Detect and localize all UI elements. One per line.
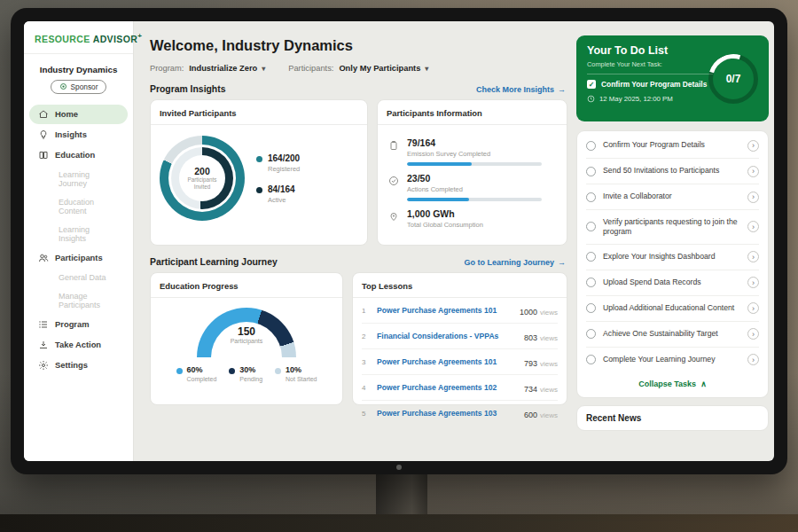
- sidebar-item-education-content[interactable]: Education Content: [29, 193, 128, 220]
- task-row[interactable]: Invite a Collaborator ›: [586, 184, 759, 210]
- lesson-row: 2 Financial Considerations - VPPAs 803vi…: [362, 324, 558, 349]
- sidebar-item-label: Settings: [55, 360, 88, 370]
- sidebar-item-take-action[interactable]: Take Action: [29, 335, 128, 355]
- task-row[interactable]: Send 50 Invitations to Participants ›: [586, 159, 759, 184]
- chevron-right-icon[interactable]: ›: [747, 354, 759, 365]
- top-lessons-card: Top Lessons 1 Power Purchase Agreements …: [352, 272, 567, 405]
- task-row[interactable]: Verify participants requesting to join t…: [586, 210, 759, 245]
- lesson-link[interactable]: Power Purchase Agreements 101: [377, 357, 517, 366]
- education-card-body: 150 Participants 60% Completed: [151, 298, 342, 387]
- lesson-views-word: views: [540, 360, 558, 368]
- chevron-right-icon[interactable]: ›: [747, 166, 759, 177]
- check-circle-icon: [388, 174, 399, 184]
- task-checkbox[interactable]: [586, 192, 596, 202]
- lesson-views-value: 1000: [520, 308, 537, 317]
- invited-legend: 164/200 Registered 84/164 Active: [256, 153, 300, 204]
- lesson-row: 5 Power Purchase Agreements 103 600views: [362, 401, 558, 426]
- program-dropdown[interactable]: Industrialize Zero ▾: [189, 64, 265, 73]
- lesson-row: 4 Power Purchase Agreements 102 734views: [362, 375, 558, 401]
- task-checkbox[interactable]: [586, 355, 596, 364]
- chevron-right-icon[interactable]: ›: [747, 140, 759, 152]
- legend-item-registered: 164/200 Registered: [256, 153, 300, 173]
- lesson-rank: 4: [362, 384, 370, 392]
- lesson-views-word: views: [540, 334, 558, 342]
- task-row[interactable]: Complete Your Learning Journey ›: [586, 348, 759, 372]
- lesson-link[interactable]: Power Purchase Agreements 103: [377, 409, 517, 418]
- chevron-right-icon[interactable]: ›: [747, 251, 759, 262]
- task-row[interactable]: Explore Your Insights Dashboard ›: [586, 245, 759, 270]
- todo-next-task-label: Confirm Your Program Details: [601, 80, 707, 89]
- sidebar-item-participants[interactable]: Participants: [29, 248, 128, 268]
- lesson-views-word: views: [540, 411, 558, 419]
- sidebar-item-learning-insights[interactable]: Learning Insights: [29, 221, 128, 247]
- sidebar-divider: [24, 53, 133, 54]
- sidebar-item-label: General Data: [59, 273, 106, 282]
- legend-item-pending: 30% Pending: [229, 365, 262, 382]
- sponsor-icon: [59, 82, 67, 90]
- task-label: Confirm Your Program Details: [603, 140, 740, 150]
- desk: [0, 514, 798, 532]
- sidebar-item-education[interactable]: Education: [29, 145, 128, 165]
- lesson-rank: 1: [362, 307, 370, 315]
- chevron-right-icon[interactable]: ›: [747, 328, 759, 340]
- list-icon: [38, 319, 49, 330]
- task-row[interactable]: Upload Additional Educational Content ›: [586, 296, 759, 322]
- sidebar-item-manage-participants[interactable]: Manage Participants: [29, 287, 128, 314]
- dashboard-app: RESOURCE ADVISOR+ Industry Dynamics Spon…: [24, 21, 774, 461]
- sidebar-item-general-data[interactable]: General Data: [29, 269, 128, 286]
- task-checkbox[interactable]: [586, 278, 596, 287]
- sidebar-item-label: Home: [55, 109, 78, 119]
- legend-label: Pending: [239, 376, 262, 382]
- sidebar-item-learning-journey[interactable]: Learning Journey: [29, 166, 128, 192]
- legend-value: 164/200: [268, 153, 300, 163]
- lesson-link[interactable]: Power Purchase Agreements 102: [377, 383, 517, 392]
- recent-news-card[interactable]: Recent News: [576, 405, 769, 431]
- go-to-learning-journey-link[interactable]: Go to Learning Journey →: [464, 258, 566, 267]
- sidebar-item-settings[interactable]: Settings: [29, 356, 128, 375]
- legend-label: Registered: [268, 165, 300, 173]
- task-checkbox[interactable]: [586, 141, 596, 151]
- task-checkbox[interactable]: [586, 167, 596, 176]
- chevron-right-icon[interactable]: ›: [747, 192, 759, 203]
- sidebar-item-label: Insights: [55, 129, 87, 139]
- lesson-link[interactable]: Financial Considerations - VPPAs: [377, 332, 517, 340]
- participants-dropdown[interactable]: Only My Participants ▾: [339, 64, 428, 73]
- link-label: Go to Learning Journey: [464, 258, 554, 267]
- task-row[interactable]: Upload Spend Data Records ›: [586, 270, 759, 296]
- sidebar-item-program[interactable]: Program: [29, 315, 128, 334]
- chevron-right-icon[interactable]: ›: [747, 302, 759, 314]
- logo-secondary: ADVISOR: [93, 34, 138, 44]
- legend-value: 60%: [187, 365, 217, 374]
- sidebar-item-insights[interactable]: Insights: [29, 125, 128, 145]
- task-label: Upload Additional Educational Content: [603, 303, 740, 313]
- legend-dot: [229, 368, 235, 374]
- check-more-insights-link[interactable]: Check More Insights →: [476, 85, 566, 94]
- legend-label: Completed: [187, 376, 217, 382]
- org-name: Industry Dynamics: [24, 65, 133, 74]
- task-checkbox[interactable]: [586, 329, 596, 339]
- stat-label: Total Global Consumption: [407, 221, 483, 229]
- sidebar-item-home[interactable]: Home: [29, 105, 128, 124]
- collapse-tasks-button[interactable]: Collapse Tasks ∧: [586, 372, 759, 395]
- todo-progress-ring: 0/7: [708, 54, 758, 104]
- education-legend: 60% Completed 30% Pending: [176, 365, 317, 382]
- program-dropdown-value: Industrialize Zero: [189, 64, 257, 73]
- task-checkbox[interactable]: [586, 222, 596, 231]
- todo-next-task[interactable]: ✓ Confirm Your Program Details: [587, 74, 713, 89]
- sponsor-badge: Sponsor: [51, 80, 107, 94]
- stat-value: 79/164: [407, 137, 542, 148]
- main-content: Welcome, Industry Dynamics Program: Indu…: [134, 21, 576, 461]
- todo-progress-value: 0/7: [708, 54, 758, 104]
- task-row[interactable]: Confirm Your Program Details ›: [586, 133, 759, 159]
- lesson-link[interactable]: Power Purchase Agreements 101: [377, 306, 512, 315]
- task-checkbox[interactable]: [586, 252, 596, 262]
- link-label: Check More Insights: [476, 85, 554, 94]
- task-list-card: Confirm Your Program Details › Send 50 I…: [576, 130, 769, 398]
- chevron-right-icon[interactable]: ›: [747, 277, 759, 288]
- task-row[interactable]: Achieve One Sustainability Target ›: [586, 322, 759, 348]
- task-checkbox[interactable]: [586, 303, 596, 313]
- stat-label: Actions Completed: [407, 185, 542, 193]
- recent-news-title: Recent News: [586, 413, 641, 423]
- section-title: Participant Learning Journey: [150, 257, 278, 267]
- chevron-right-icon[interactable]: ›: [747, 221, 759, 232]
